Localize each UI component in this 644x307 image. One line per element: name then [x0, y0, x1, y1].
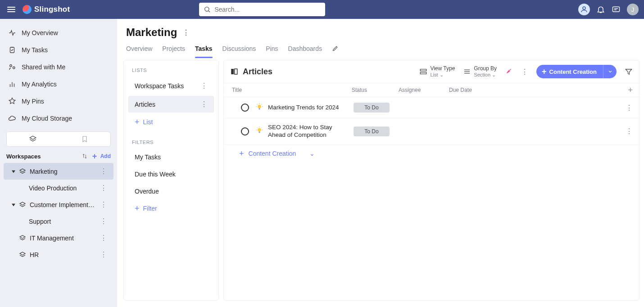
task-row[interactable]: Marketing Trends for 2024 To Do [224, 97, 639, 118]
sort-icon[interactable] [82, 153, 88, 159]
plus-icon: + [542, 68, 547, 76]
plus-icon: + [135, 118, 140, 126]
nav-my-pins[interactable]: My Pins [0, 93, 117, 110]
tab-projects[interactable]: Projects [162, 45, 185, 58]
workspace-child-video-production[interactable]: Video Production [4, 180, 113, 196]
more-icon[interactable] [100, 200, 107, 209]
top-bar: Slingshot J [0, 0, 644, 19]
list-workspace-tasks[interactable]: Workspace Tasks [128, 77, 214, 94]
filter-label: My Tasks [135, 154, 161, 161]
more-icon[interactable] [100, 234, 107, 242]
add-filter-button[interactable]: + Filter [128, 201, 214, 216]
status-badge[interactable]: To Do [354, 103, 390, 113]
nav-my-analytics[interactable]: My Analytics [0, 76, 117, 93]
col-status[interactable]: Status [352, 87, 399, 93]
stack-tab[interactable] [7, 132, 59, 146]
more-icon[interactable] [100, 217, 107, 226]
status-badge[interactable]: To Do [354, 126, 390, 136]
chevron-down-icon: ⌄ [440, 72, 444, 77]
view-type-selector[interactable]: View TypeList ⌄ [419, 65, 455, 78]
chat-icon[interactable] [612, 5, 621, 14]
filter-icon[interactable] [625, 68, 633, 76]
filter-overdue[interactable]: Overdue [128, 184, 214, 199]
svg-marker-12 [20, 169, 25, 172]
workspace-customer-implementation[interactable]: Customer Implementa... [4, 196, 113, 213]
svg-point-0 [205, 7, 209, 11]
add-list-button[interactable]: + List [128, 114, 214, 130]
workspace-label: HR [30, 251, 96, 258]
view-type-value: List [430, 72, 438, 77]
more-icon[interactable] [100, 167, 107, 176]
nav-label: My Overview [22, 29, 58, 36]
nav-my-cloud-storage[interactable]: My Cloud Storage [0, 110, 117, 127]
sidebar-tab-toggle [6, 131, 111, 147]
group-by-value: Section [474, 72, 490, 77]
hamburger-button[interactable] [5, 5, 17, 14]
nav-my-tasks[interactable]: My Tasks [0, 41, 117, 59]
more-icon[interactable] [100, 250, 107, 259]
col-due[interactable]: Due Date [449, 87, 503, 93]
tab-tasks[interactable]: Tasks [195, 45, 213, 58]
chevron-down-icon: ⌄ [492, 72, 496, 77]
content-creation-button[interactable]: +Content Creation [536, 65, 617, 78]
filter-my-tasks[interactable]: My Tasks [128, 149, 214, 165]
more-icon[interactable] [626, 127, 633, 135]
more-icon[interactable] [200, 100, 208, 108]
svg-point-6 [13, 67, 15, 69]
clipboard-icon [8, 46, 16, 54]
user-avatar-secondary[interactable] [578, 4, 590, 15]
bookmark-tab[interactable] [59, 132, 110, 146]
app-logo[interactable]: Slingshot [23, 5, 70, 14]
workspace-marketing[interactable]: Marketing [4, 163, 113, 180]
stack-icon [19, 251, 26, 258]
add-task-row[interactable]: + Content Creation ⌄ [224, 145, 639, 162]
tasks-title: Articles [230, 67, 272, 77]
pin-icon [8, 97, 16, 105]
more-icon[interactable] [200, 81, 208, 90]
col-assignee[interactable]: Assignee [399, 87, 449, 93]
tab-overview[interactable]: Overview [126, 45, 152, 58]
workspace-label: Marketing [30, 168, 96, 175]
caret-down-icon [12, 203, 15, 207]
nav-shared-with-me[interactable]: Shared with Me [0, 59, 117, 76]
nav-my-overview[interactable]: My Overview [0, 24, 117, 41]
group-by-selector[interactable]: Group BySection ⌄ [463, 65, 497, 78]
filter-due-this-week[interactable]: Due this Week [128, 167, 214, 182]
page-more-icon[interactable] [182, 28, 190, 37]
task-row[interactable]: SEO 2024: How to Stay Ahead of Competiti… [224, 118, 639, 145]
svg-line-31 [257, 104, 258, 104]
tab-discussions[interactable]: Discussions [222, 45, 256, 58]
chevron-down-icon[interactable]: ⌄ [309, 150, 315, 157]
add-workspace-button[interactable]: + Add [92, 152, 111, 160]
more-icon[interactable] [100, 184, 107, 192]
filter-label: Overdue [135, 188, 159, 195]
bell-icon[interactable] [596, 5, 605, 14]
svg-point-2 [583, 7, 585, 9]
user-avatar[interactable]: J [627, 4, 639, 15]
list-articles[interactable]: Articles [128, 96, 214, 113]
add-column-icon[interactable]: + [628, 86, 633, 94]
page-title-text: Marketing [126, 26, 177, 39]
primary-button-dropdown[interactable] [603, 65, 617, 78]
workspace-hr[interactable]: HR [4, 246, 113, 263]
col-title[interactable]: Title [230, 87, 352, 93]
rocket-icon[interactable] [505, 67, 513, 77]
complete-toggle[interactable] [241, 104, 249, 112]
svg-rect-20 [421, 72, 427, 74]
workspace-child-support[interactable]: Support [4, 213, 113, 230]
task-title: Marketing Trends for 2024 [268, 104, 354, 112]
tab-pins[interactable]: Pins [266, 45, 278, 58]
tab-edit[interactable] [332, 45, 339, 58]
bulb-icon [255, 126, 263, 136]
more-icon[interactable] [521, 68, 528, 76]
more-icon[interactable] [626, 104, 633, 112]
search-input[interactable] [214, 6, 321, 13]
share-icon [8, 63, 16, 71]
svg-point-24 [509, 69, 510, 70]
complete-toggle[interactable] [241, 127, 249, 135]
plus-icon: + [239, 149, 244, 158]
search-box[interactable] [199, 3, 325, 16]
main-area: Marketing Overview Projects Tasks Discus… [117, 19, 644, 307]
workspace-it-management[interactable]: IT Management [4, 230, 113, 246]
tab-dashboards[interactable]: Dashboards [288, 45, 322, 58]
